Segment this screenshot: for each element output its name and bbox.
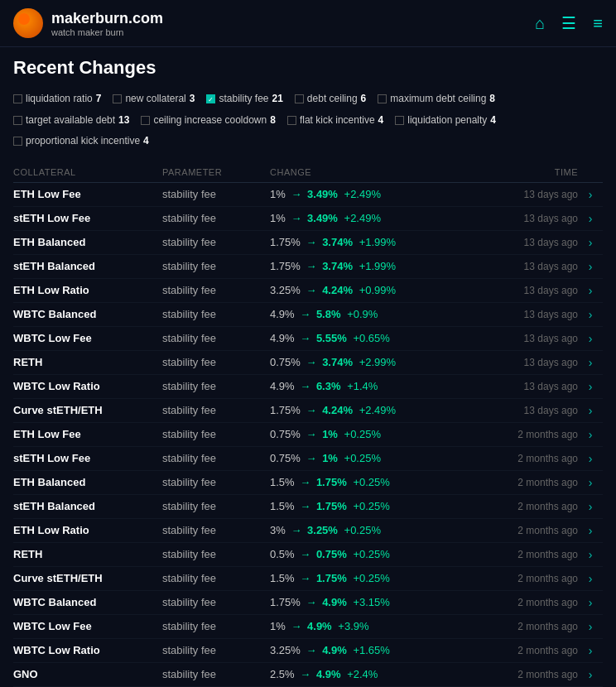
- cell-change: 4.9% → 6.3% +1.4%: [270, 380, 470, 392]
- change-old: 0.75%: [270, 428, 301, 440]
- change-delta: +1.99%: [359, 236, 396, 248]
- row-detail-arrow[interactable]: ›: [578, 644, 603, 657]
- row-detail-arrow[interactable]: ›: [578, 572, 603, 585]
- filter-checkbox[interactable]: [113, 94, 122, 103]
- change-new: 0.75%: [316, 548, 347, 560]
- filter-checkbox[interactable]: [287, 116, 296, 125]
- filter-checkbox[interactable]: [13, 116, 22, 125]
- filter-item[interactable]: new collateral 3: [113, 90, 195, 108]
- cell-collateral: ETH Low Ratio: [13, 284, 162, 296]
- cell-parameter: stability fee: [162, 188, 270, 200]
- cell-time: 13 days ago: [470, 285, 578, 296]
- table-row[interactable]: stETH Balanced stability fee 1.75% → 3.7…: [13, 255, 603, 279]
- row-detail-arrow[interactable]: ›: [578, 452, 603, 465]
- table-row[interactable]: stETH Balanced stability fee 1.5% → 1.75…: [13, 495, 603, 519]
- filter-checkbox[interactable]: [13, 137, 22, 146]
- home-icon[interactable]: ⌂: [535, 14, 545, 33]
- document-icon[interactable]: ☰: [561, 13, 576, 33]
- row-detail-arrow[interactable]: ›: [578, 548, 603, 561]
- change-arrow-icon: →: [291, 620, 301, 632]
- row-detail-arrow[interactable]: ›: [578, 428, 603, 441]
- filter-checkbox[interactable]: [395, 116, 404, 125]
- change-new: 1.75%: [316, 500, 347, 512]
- cell-collateral: ETH Low Fee: [13, 188, 162, 200]
- table-row[interactable]: WBTC Balanced stability fee 1.75% → 4.9%…: [13, 591, 603, 615]
- filter-item[interactable]: target available debt 13: [13, 112, 129, 130]
- table-row[interactable]: WBTC Balanced stability fee 4.9% → 5.8% …: [13, 303, 603, 327]
- change-arrow-icon: →: [306, 356, 317, 368]
- table-row[interactable]: stETH Low Fee stability fee 1% → 3.49% +…: [13, 207, 603, 231]
- table-row[interactable]: WBTC Low Ratio stability fee 4.9% → 6.3%…: [13, 375, 603, 399]
- change-new: 4.9%: [307, 620, 332, 632]
- change-delta: +0.9%: [347, 308, 378, 320]
- filter-checkbox[interactable]: [206, 94, 215, 103]
- change-delta: +0.25%: [344, 524, 381, 536]
- filter-item[interactable]: liquidation ratio 7: [13, 90, 101, 108]
- filter-checkbox[interactable]: [378, 94, 387, 103]
- table-row[interactable]: ETH Low Ratio stability fee 3% → 3.25% +…: [13, 519, 603, 543]
- table-row[interactable]: ETH Low Ratio stability fee 3.25% → 4.24…: [13, 279, 603, 303]
- table-header: COLLATERAL PARAMETER CHANGE TIME: [13, 162, 603, 183]
- header: makerburn.com watch maker burn ⌂ ☰ ≡: [0, 0, 616, 47]
- row-detail-arrow[interactable]: ›: [578, 332, 603, 345]
- filter-item[interactable]: ceiling increase cooldown 8: [141, 112, 275, 130]
- row-detail-arrow[interactable]: ›: [578, 212, 603, 225]
- row-detail-arrow[interactable]: ›: [578, 404, 603, 417]
- row-detail-arrow[interactable]: ›: [578, 284, 603, 297]
- change-delta: +2.99%: [359, 356, 396, 368]
- filter-item[interactable]: stability fee 21: [206, 90, 282, 108]
- cell-collateral: WBTC Low Ratio: [13, 644, 162, 656]
- cell-change: 1.75% → 3.74% +1.99%: [270, 236, 470, 248]
- table-row[interactable]: Curve stETH/ETH stability fee 1.5% → 1.7…: [13, 567, 603, 591]
- change-new: 1%: [322, 452, 338, 464]
- change-delta: +3.15%: [353, 596, 389, 608]
- row-detail-arrow[interactable]: ›: [578, 188, 603, 201]
- filter-checkbox[interactable]: [13, 94, 22, 103]
- table-row[interactable]: RETH stability fee 0.5% → 0.75% +0.25% 2…: [13, 543, 603, 567]
- row-detail-arrow[interactable]: ›: [578, 356, 603, 369]
- cell-collateral: WBTC Low Ratio: [13, 380, 162, 392]
- change-delta: +0.25%: [353, 500, 389, 512]
- filter-item[interactable]: debt ceiling 6: [295, 90, 366, 108]
- row-detail-arrow[interactable]: ›: [578, 236, 603, 249]
- change-new: 3.74%: [322, 356, 353, 368]
- filter-checkbox[interactable]: [295, 94, 304, 103]
- row-detail-arrow[interactable]: ›: [578, 596, 603, 609]
- table-row[interactable]: Curve stETH/ETH stability fee 1.75% → 4.…: [13, 399, 603, 423]
- change-arrow-icon: →: [306, 428, 317, 440]
- filter-item[interactable]: proportional kick incentive 4: [13, 132, 149, 151]
- table-row[interactable]: GNO stability fee 2.5% → 4.9% +2.4% 2 mo…: [13, 663, 603, 687]
- row-detail-arrow[interactable]: ›: [578, 260, 603, 273]
- change-delta: +0.65%: [353, 332, 389, 344]
- menu-icon[interactable]: ≡: [593, 14, 603, 33]
- filter-label: target available debt: [26, 112, 115, 130]
- table-row[interactable]: WBTC Low Fee stability fee 1% → 4.9% +3.…: [13, 615, 603, 639]
- row-detail-arrow[interactable]: ›: [578, 524, 603, 537]
- change-old: 0.5%: [270, 548, 295, 560]
- table-row[interactable]: ETH Balanced stability fee 1.5% → 1.75% …: [13, 471, 603, 495]
- filter-item[interactable]: liquidation penalty 4: [395, 112, 496, 130]
- table-row[interactable]: stETH Low Fee stability fee 0.75% → 1% +…: [13, 447, 603, 471]
- row-detail-arrow[interactable]: ›: [578, 620, 603, 633]
- table-row[interactable]: ETH Low Fee stability fee 0.75% → 1% +0.…: [13, 423, 603, 447]
- change-new: 1.75%: [316, 572, 347, 584]
- filter-checkbox[interactable]: [141, 116, 150, 125]
- filter-item[interactable]: maximum debt ceiling 8: [378, 90, 495, 108]
- filter-item[interactable]: flat kick incentive 4: [287, 112, 383, 130]
- filter-count: 3: [190, 90, 195, 108]
- row-detail-arrow[interactable]: ›: [578, 380, 603, 393]
- cell-change: 1.5% → 1.75% +0.25%: [270, 476, 470, 488]
- change-old: 1.5%: [270, 500, 295, 512]
- table-row[interactable]: ETH Low Fee stability fee 1% → 3.49% +2.…: [13, 183, 603, 207]
- table-row[interactable]: RETH stability fee 0.75% → 3.74% +2.99% …: [13, 351, 603, 375]
- change-old: 1.5%: [270, 476, 295, 488]
- table-row[interactable]: WBTC Low Fee stability fee 4.9% → 5.55% …: [13, 327, 603, 351]
- table-row[interactable]: WBTC Low Ratio stability fee 3.25% → 4.9…: [13, 639, 603, 663]
- col-header-parameter: PARAMETER: [162, 167, 270, 177]
- table-row[interactable]: ETH Balanced stability fee 1.75% → 3.74%…: [13, 231, 603, 255]
- row-detail-arrow[interactable]: ›: [578, 476, 603, 489]
- change-arrow-icon: →: [300, 332, 310, 344]
- row-detail-arrow[interactable]: ›: [578, 500, 603, 513]
- row-detail-arrow[interactable]: ›: [578, 308, 603, 321]
- row-detail-arrow[interactable]: ›: [578, 668, 603, 681]
